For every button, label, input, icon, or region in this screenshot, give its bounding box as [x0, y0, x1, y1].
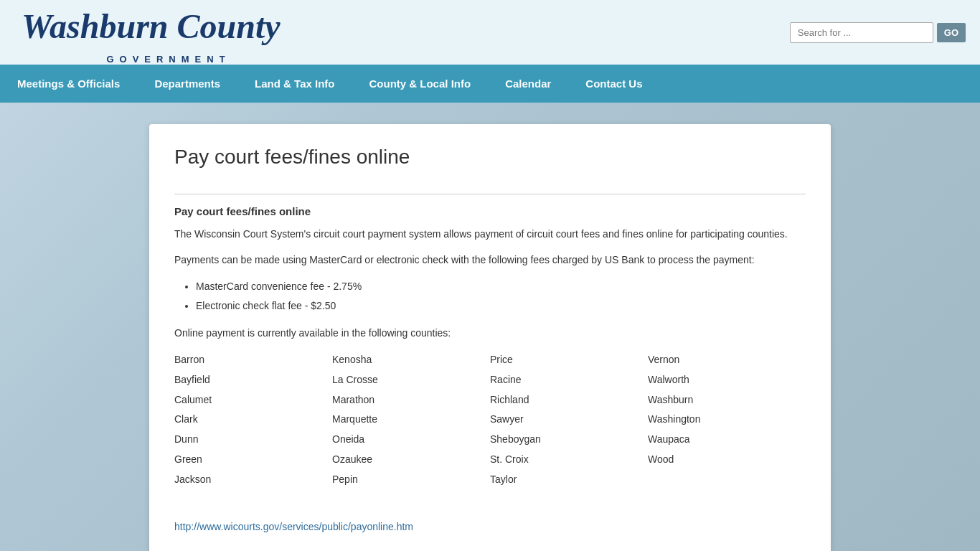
paragraph-2: Payments can be made using MasterCard or…	[174, 252, 806, 268]
county-col-3: Price Racine Richland Sawyer Sheboygan S…	[490, 352, 648, 489]
county-marathon: Marathon	[332, 392, 490, 409]
logo-block: Washburn County GOVERNMENT	[14, 1, 323, 65]
county-marquette: Marquette	[332, 411, 490, 428]
wicourts-link[interactable]: http://www.wicourts.gov/services/public/…	[174, 521, 413, 532]
county-racine: Racine	[490, 372, 648, 389]
search-input[interactable]	[790, 22, 933, 43]
county-stcroix: St. Croix	[490, 451, 648, 468]
search-button[interactable]: GO	[937, 23, 966, 42]
nav-item-land-tax[interactable]: Land & Tax Info	[237, 65, 352, 103]
county-kenosha: Kenosha	[332, 352, 490, 369]
county-clark: Clark	[174, 411, 332, 428]
county-barron: Barron	[174, 352, 332, 369]
county-washington: Washington	[648, 411, 806, 428]
nav-item-county-local[interactable]: County & Local Info	[352, 65, 488, 103]
county-bayfield: Bayfield	[174, 372, 332, 389]
nav-item-contact[interactable]: Contact Us	[568, 65, 659, 103]
county-col-4: Vernon Walworth Washburn Washington Waup…	[648, 352, 806, 489]
paragraph-1: The Wisconsin Court System's circuit cou…	[174, 226, 806, 242]
county-dunn: Dunn	[174, 431, 332, 448]
county-vernon: Vernon	[648, 352, 806, 369]
county-sheboygan: Sheboygan	[490, 431, 648, 448]
fees-list: MasterCard convenience fee - 2.75% Elect…	[196, 278, 806, 314]
section-heading: Pay court fees/fines online	[174, 205, 806, 217]
county-oneida: Oneida	[332, 431, 490, 448]
header: Washburn County GOVERNMENT GO	[0, 0, 980, 65]
paragraph-3: Online payment is currently available in…	[174, 325, 806, 341]
county-price: Price	[490, 352, 648, 369]
county-sawyer: Sawyer	[490, 411, 648, 428]
logo-subtitle: GOVERNMENT	[106, 54, 230, 65]
content-box: Pay court fees/fines online Pay court fe…	[149, 124, 831, 551]
county-calumet: Calumet	[174, 392, 332, 409]
county-taylor: Taylor	[490, 471, 648, 489]
main-wrapper: Pay court fees/fines online Pay court fe…	[0, 103, 980, 551]
county-richland: Richland	[490, 392, 648, 409]
county-pepin: Pepin	[332, 471, 490, 489]
nav-item-departments[interactable]: Departments	[137, 65, 237, 103]
county-walworth: Walworth	[648, 372, 806, 389]
counties-grid: Barron Bayfield Calumet Clark Dunn Green…	[174, 352, 806, 489]
nav-item-calendar[interactable]: Calendar	[488, 65, 568, 103]
county-col-2: Kenosha La Crosse Marathon Marquette One…	[332, 352, 490, 489]
divider	[174, 194, 806, 194]
county-waupaca: Waupaca	[648, 431, 806, 448]
search-area: GO	[790, 22, 966, 43]
page-title: Pay court fees/fines online	[174, 146, 806, 179]
county-jackson: Jackson	[174, 471, 332, 489]
county-washburn: Washburn	[648, 392, 806, 409]
link-area: http://www.wicourts.gov/services/public/…	[174, 507, 806, 532]
county-ozaukee: Ozaukee	[332, 451, 490, 468]
county-green: Green	[174, 451, 332, 468]
county-col-1: Barron Bayfield Calumet Clark Dunn Green…	[174, 352, 332, 489]
list-item-mastercard: MasterCard convenience fee - 2.75%	[196, 278, 806, 294]
list-item-echeck: Electronic check flat fee - $2.50	[196, 298, 806, 314]
county-wood: Wood	[648, 451, 806, 468]
logo-area: Washburn County GOVERNMENT	[14, 1, 323, 65]
svg-text:Washburn County: Washburn County	[22, 7, 281, 45]
nav-item-meetings-officials[interactable]: Meetings & Officials	[0, 65, 137, 103]
county-lacrosse: La Crosse	[332, 372, 490, 389]
logo-main: Washburn County	[14, 1, 323, 52]
main-nav: Meetings & Officials Departments Land & …	[0, 65, 980, 103]
